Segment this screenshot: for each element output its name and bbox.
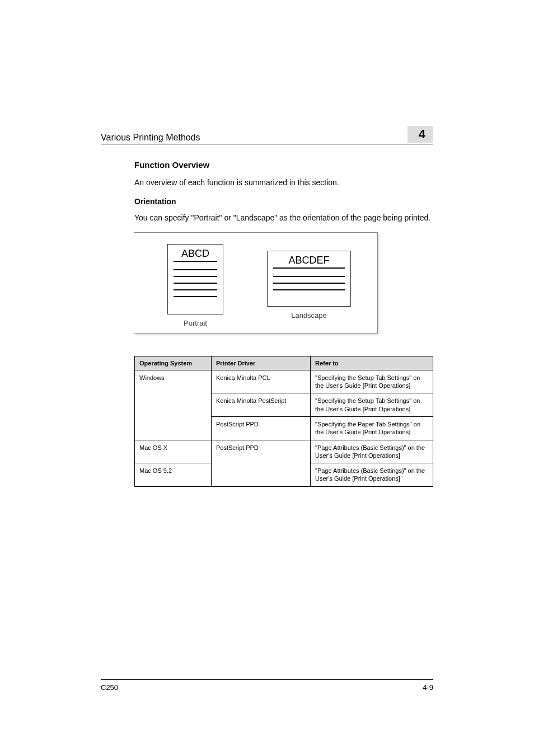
diagram-row: ABCD Portrait ABCDEF Landscape [157, 244, 362, 327]
heading-function-overview: Function Overview [134, 160, 433, 170]
col-header-os: Operating System [135, 356, 212, 370]
table-row: Windows Konica Minolta PCL "Specifying t… [135, 370, 433, 393]
cell-refer: "Specifying the Setup Tab Settings" on t… [311, 393, 433, 417]
page-footer: C250 4-9 [101, 679, 433, 692]
page-header: Various Printing Methods 4 [101, 126, 433, 144]
footer-page-number: 4-9 [423, 683, 433, 692]
landscape-page-title: ABCDEF [273, 255, 345, 269]
footer-model: C250 [101, 683, 118, 692]
cell-driver: Konica Minolta PCL [212, 370, 311, 393]
text-line-icon [174, 289, 217, 290]
text-line-icon [174, 296, 217, 297]
cell-refer: "Page Attributes (Basic Settings)" on th… [311, 463, 433, 487]
table-header-row: Operating System Printer Driver Refer to [135, 356, 433, 370]
cell-os: Mac OS X [135, 440, 212, 463]
text-line-icon [273, 289, 345, 290]
cell-refer: "Specifying the Paper Tab Settings" on t… [311, 416, 433, 440]
orientation-diagram: ABCD Portrait ABCDEF Landscape [134, 232, 378, 334]
col-header-refer: Refer to [311, 356, 433, 370]
col-header-driver: Printer Driver [212, 356, 311, 370]
driver-reference-table: Operating System Printer Driver Refer to… [134, 356, 433, 487]
running-header-title: Various Printing Methods [101, 133, 200, 143]
chapter-number-badge: 4 [407, 126, 433, 143]
landscape-page-icon: ABCDEF [267, 251, 351, 307]
text-line-icon [273, 276, 345, 277]
overview-paragraph: An overview of each function is summariz… [134, 177, 433, 188]
cell-driver: PostScript PPD [212, 440, 311, 486]
cell-refer: "Specifying the Setup Tab Settings" on t… [311, 370, 433, 393]
orientation-paragraph: You can specify "Portrait" or "Landscape… [134, 213, 433, 223]
text-line-icon [174, 269, 217, 270]
text-line-icon [174, 276, 217, 277]
portrait-page-title: ABCD [174, 248, 217, 262]
landscape-caption: Landscape [267, 311, 351, 320]
cell-driver: PostScript PPD [212, 416, 311, 440]
cell-driver: Konica Minolta PostScript [212, 393, 311, 417]
portrait-block: ABCD Portrait [167, 244, 223, 327]
portrait-caption: Portrait [167, 319, 223, 327]
table-row: Mac OS X PostScript PPD "Page Attributes… [135, 440, 433, 463]
cell-os: Mac OS 9.2 [135, 463, 212, 487]
heading-orientation: Orientation [134, 197, 433, 206]
portrait-page-icon: ABCD [167, 244, 223, 314]
landscape-block: ABCDEF Landscape [267, 251, 351, 320]
page: Various Printing Methods 4 Function Over… [0, 0, 534, 756]
text-line-icon [174, 283, 217, 284]
cell-refer: "Page Attributes (Basic Settings)" on th… [311, 440, 433, 463]
text-line-icon [273, 283, 345, 284]
cell-os: Windows [135, 370, 212, 440]
